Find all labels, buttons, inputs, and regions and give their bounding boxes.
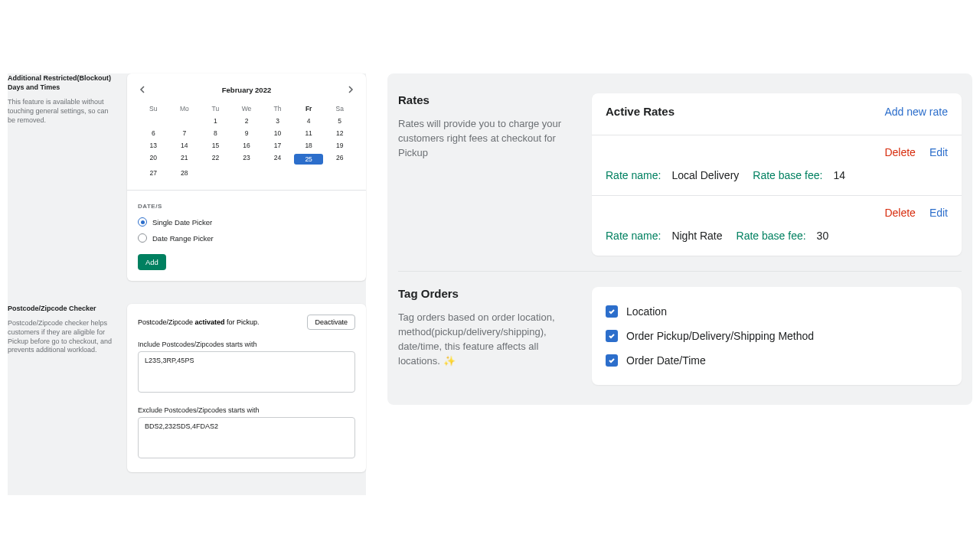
- radio-label: Single Date Picker: [152, 218, 212, 227]
- calendar-dow: Sa: [324, 103, 355, 115]
- calendar-day: [138, 115, 169, 127]
- calendar-day[interactable]: 22: [200, 152, 231, 167]
- tags-title: Tag Orders: [398, 287, 578, 300]
- divider: [398, 271, 962, 272]
- rates-subtitle: Rates will provide you to charge your cu…: [398, 117, 578, 161]
- calendar-day: [231, 167, 263, 179]
- rate-name-label: Rate name:: [606, 169, 661, 181]
- checkbox-icon: [606, 330, 618, 342]
- deactivate-button[interactable]: Deactivate: [307, 315, 355, 330]
- calendar-day[interactable]: 21: [169, 152, 201, 167]
- calendar-day[interactable]: 2: [231, 115, 263, 127]
- calendar-day[interactable]: 17: [262, 139, 293, 152]
- blockout-section: Additional Restricted(Blockout) Days and…: [8, 73, 366, 281]
- calendar-day[interactable]: 11: [293, 127, 325, 139]
- calendar-day[interactable]: 1: [200, 115, 231, 127]
- next-month-icon[interactable]: [345, 84, 355, 95]
- divider: [127, 190, 366, 191]
- dates-heading: DATE/S: [138, 203, 355, 210]
- calendar-day[interactable]: 26: [324, 152, 355, 167]
- rates-card: Active Rates Add new rate DeleteEditRate…: [592, 93, 962, 256]
- rate-row: DeleteEditRate name:Night RateRate base …: [592, 195, 962, 256]
- calendar-day[interactable]: 3: [262, 115, 293, 127]
- right-panel: Rates Rates will provide you to charge y…: [387, 73, 972, 405]
- rates-card-header: Active Rates Add new rate: [592, 93, 962, 135]
- calendar-day[interactable]: 10: [262, 127, 293, 139]
- calendar-day[interactable]: 6: [138, 127, 169, 139]
- calendar-day: [293, 167, 325, 179]
- calendar-day[interactable]: 7: [169, 127, 201, 139]
- radio-icon: [138, 217, 147, 227]
- calendar-header: February 2022: [138, 84, 355, 95]
- postcode-section: Postcode/Zipcode Checker Postcode/Zipcod…: [8, 304, 366, 472]
- calendar-day[interactable]: 9: [231, 127, 263, 139]
- calendar-day[interactable]: 14: [169, 139, 201, 152]
- blockout-label: Additional Restricted(Blockout) Days and…: [8, 73, 116, 281]
- tag-option[interactable]: Order Pickup/Delivery/Shipping Method: [606, 324, 948, 348]
- tags-section: Tag Orders Tag orders based on order loc…: [398, 278, 962, 394]
- rate-name-value: Night Rate: [671, 230, 722, 242]
- delete-link[interactable]: Delete: [884, 146, 915, 158]
- include-input[interactable]: [138, 351, 355, 393]
- tags-label: Tag Orders Tag orders based on order loc…: [398, 287, 578, 385]
- edit-link[interactable]: Edit: [929, 146, 948, 158]
- postcode-label: Postcode/Zipcode Checker Postcode/Zipcod…: [8, 304, 116, 472]
- calendar-day[interactable]: 13: [138, 139, 169, 152]
- calendar-day[interactable]: 25: [293, 152, 325, 167]
- delete-link[interactable]: Delete: [884, 207, 915, 219]
- add-button[interactable]: Add: [138, 254, 166, 270]
- calendar-day[interactable]: 8: [200, 127, 231, 139]
- radio-single-date[interactable]: Single Date Picker: [138, 217, 355, 227]
- rates-section: Rates Rates will provide you to charge y…: [398, 84, 962, 265]
- calendar-day[interactable]: 23: [231, 152, 263, 167]
- add-new-rate[interactable]: Add new rate: [885, 106, 949, 118]
- calendar-day[interactable]: 27: [138, 167, 169, 179]
- calendar-day: [324, 167, 355, 179]
- blockout-title: Additional Restricted(Blockout) Days and…: [8, 73, 116, 92]
- rate-fee-label: Rate base fee:: [737, 230, 806, 242]
- calendar-day[interactable]: 28: [169, 167, 201, 179]
- prev-month-icon[interactable]: [138, 84, 149, 95]
- rate-name-label: Rate name:: [606, 230, 661, 242]
- calendar-day[interactable]: 12: [324, 127, 355, 139]
- checkbox-icon: [606, 305, 618, 318]
- calendar-day[interactable]: 5: [324, 115, 355, 127]
- postcode-subtitle: Postcode/Zipcode checker helps customers…: [8, 319, 116, 355]
- checkbox-icon: [606, 354, 618, 367]
- tag-option[interactable]: Order Date/Time: [606, 348, 948, 373]
- calendar-day[interactable]: 16: [231, 139, 263, 152]
- active-rates-title: Active Rates: [606, 105, 675, 118]
- tags-content: LocationOrder Pickup/Delivery/Shipping M…: [592, 287, 962, 385]
- include-label: Include Postcodes/Zipcodes starts with: [138, 341, 355, 348]
- calendar-dow: Mo: [169, 103, 201, 115]
- rate-row: DeleteEditRate name:Local DeliveryRate b…: [592, 135, 962, 195]
- tag-option-label: Location: [626, 305, 667, 318]
- calendar-day[interactable]: 18: [293, 139, 325, 152]
- calendar-day: [169, 115, 201, 127]
- calendar-day[interactable]: 20: [138, 152, 169, 167]
- rate-fee-value: 30: [817, 230, 829, 242]
- exclude-input[interactable]: [138, 417, 355, 458]
- calendar-dow: Su: [138, 103, 169, 115]
- calendar-dow: Tu: [200, 103, 231, 115]
- rate-fee-label: Rate base fee:: [753, 169, 822, 181]
- calendar-day: [200, 167, 231, 179]
- calendar-grid: SuMoTuWeThFrSa12345678910111213141516171…: [138, 103, 355, 179]
- edit-link[interactable]: Edit: [929, 207, 948, 219]
- postcode-card: Postcode/Zipcode activated for Pickup. D…: [127, 304, 366, 472]
- rates-title: Rates: [398, 93, 578, 106]
- blockout-subtitle: This feature is available without touchi…: [8, 98, 116, 125]
- rates-content: Active Rates Add new rate DeleteEditRate…: [592, 93, 962, 256]
- calendar-day[interactable]: 15: [200, 139, 231, 152]
- tags-card: LocationOrder Pickup/Delivery/Shipping M…: [592, 287, 962, 385]
- radio-date-range[interactable]: Date Range Picker: [138, 233, 355, 243]
- left-panel: Additional Restricted(Blockout) Days and…: [8, 73, 366, 495]
- calendar-day[interactable]: 4: [293, 115, 325, 127]
- postcode-status-row: Postcode/Zipcode activated for Pickup. D…: [138, 315, 355, 330]
- calendar-day[interactable]: 24: [262, 152, 293, 167]
- calendar-dow: Fr: [293, 103, 325, 115]
- calendar-day[interactable]: 19: [324, 139, 355, 152]
- tag-option-label: Order Pickup/Delivery/Shipping Method: [626, 330, 814, 342]
- exclude-label: Exclude Postcodes/Zipcodes starts with: [138, 406, 355, 414]
- tag-option[interactable]: Location: [606, 299, 948, 324]
